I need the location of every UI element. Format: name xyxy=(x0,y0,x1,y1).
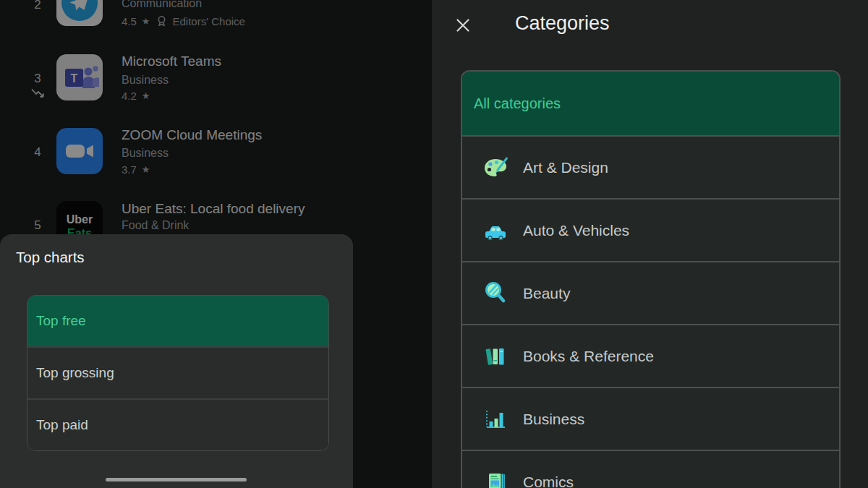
category-label: Art & Design xyxy=(523,159,608,176)
option-top-free[interactable]: Top free xyxy=(27,296,328,346)
option-label: Top free xyxy=(36,313,86,329)
top-charts-option-group: Top free Top grossing Top paid xyxy=(27,295,329,451)
categories-panel: Categories All categories Art & Design xyxy=(432,0,868,488)
categories-list: All categories Art & Design xyxy=(461,70,841,488)
category-comics[interactable]: Comics xyxy=(462,450,839,488)
play-store-screen: 2 Communication 4.5 ★ Editors' Choice 3 xyxy=(0,0,868,488)
category-business[interactable]: Business xyxy=(462,387,839,450)
option-label: Top grossing xyxy=(36,365,114,381)
category-label: Auto & Vehicles xyxy=(523,222,629,239)
category-all-categories[interactable]: All categories xyxy=(462,72,839,135)
category-label: Comics xyxy=(523,474,574,488)
palette-icon xyxy=(481,153,510,182)
books-icon xyxy=(481,342,510,371)
category-art-design[interactable]: Art & Design xyxy=(462,135,839,198)
comic-book-icon xyxy=(481,468,510,488)
category-label: Beauty xyxy=(523,285,570,302)
hand-mirror-icon xyxy=(481,279,510,308)
top-charts-sheet: Top charts Top free Top grossing Top pai… xyxy=(0,234,353,488)
option-top-paid[interactable]: Top paid xyxy=(27,398,328,450)
option-top-grossing[interactable]: Top grossing xyxy=(27,346,328,398)
close-icon[interactable] xyxy=(456,18,470,33)
bar-chart-icon xyxy=(481,405,510,434)
category-label: Business xyxy=(523,411,584,428)
sheet-drag-handle[interactable] xyxy=(106,478,247,481)
panel-title: Categories xyxy=(515,11,610,35)
category-label: Books & Reference xyxy=(523,348,654,365)
option-label: Top paid xyxy=(36,417,88,433)
sheet-title: Top charts xyxy=(16,249,85,266)
category-label: All categories xyxy=(474,95,561,112)
car-icon xyxy=(481,216,510,245)
category-auto-vehicles[interactable]: Auto & Vehicles xyxy=(462,198,839,261)
category-beauty[interactable]: Beauty xyxy=(462,261,839,324)
category-books-reference[interactable]: Books & Reference xyxy=(462,324,839,387)
